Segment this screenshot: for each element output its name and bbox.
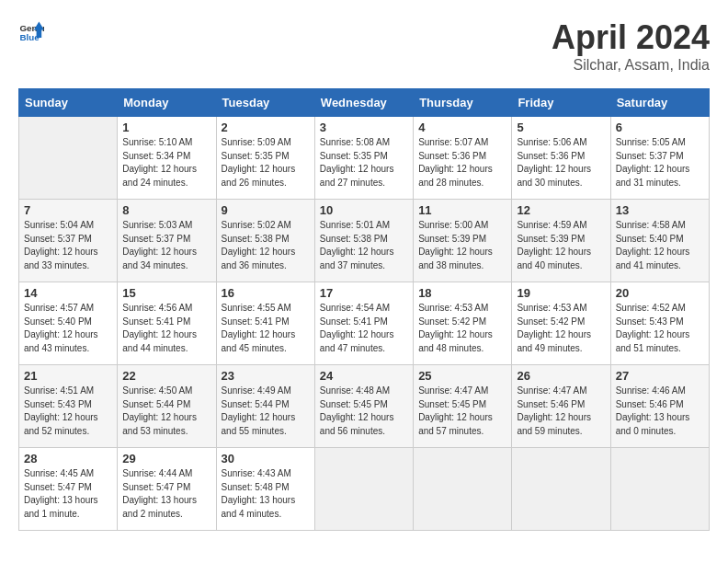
logo-icon: General Blue (18, 18, 44, 44)
calendar-cell (610, 448, 709, 531)
day-number: 19 (517, 286, 605, 300)
day-number: 7 (24, 203, 112, 217)
day-info: Sunrise: 5:03 AMSunset: 5:37 PMDaylight:… (122, 219, 210, 272)
day-number: 22 (122, 369, 210, 383)
day-info: Sunrise: 5:04 AMSunset: 5:37 PMDaylight:… (24, 219, 112, 272)
calendar-cell: 18Sunrise: 4:53 AMSunset: 5:42 PMDayligh… (414, 282, 512, 365)
calendar-cell: 24Sunrise: 4:48 AMSunset: 5:45 PMDayligh… (314, 365, 413, 448)
day-number: 21 (24, 369, 112, 383)
calendar-cell: 26Sunrise: 4:47 AMSunset: 5:46 PMDayligh… (512, 365, 610, 448)
calendar-cell: 21Sunrise: 4:51 AMSunset: 5:43 PMDayligh… (19, 365, 118, 448)
calendar-cell (314, 448, 413, 531)
day-number: 2 (222, 121, 310, 134)
calendar-cell: 13Sunrise: 4:58 AMSunset: 5:40 PMDayligh… (610, 200, 709, 282)
day-number: 14 (24, 286, 112, 300)
day-info: Sunrise: 4:58 AMSunset: 5:40 PMDaylight:… (616, 219, 704, 272)
calendar-cell: 11Sunrise: 5:00 AMSunset: 5:39 PMDayligh… (414, 200, 512, 282)
day-info: Sunrise: 5:05 AMSunset: 5:37 PMDaylight:… (616, 136, 704, 190)
day-info: Sunrise: 5:09 AMSunset: 5:35 PMDaylight:… (222, 136, 310, 190)
month-title: April 2024 (552, 18, 710, 57)
calendar-cell (414, 448, 512, 531)
column-header-sunday: Sunday (19, 89, 118, 117)
calendar-cell: 7Sunrise: 5:04 AMSunset: 5:37 PMDaylight… (19, 200, 118, 282)
day-number: 29 (122, 452, 210, 465)
calendar-cell: 20Sunrise: 4:52 AMSunset: 5:43 PMDayligh… (610, 282, 709, 365)
column-header-tuesday: Tuesday (216, 89, 314, 117)
day-number: 8 (122, 203, 210, 217)
day-info: Sunrise: 5:07 AMSunset: 5:36 PMDaylight:… (418, 136, 506, 190)
day-number: 16 (222, 286, 310, 300)
day-number: 23 (222, 369, 310, 383)
calendar-cell: 22Sunrise: 4:50 AMSunset: 5:44 PMDayligh… (118, 365, 216, 448)
day-info: Sunrise: 4:49 AMSunset: 5:44 PMDaylight:… (222, 385, 310, 438)
day-number: 1 (122, 121, 210, 134)
day-number: 18 (418, 286, 506, 300)
day-info: Sunrise: 5:01 AMSunset: 5:38 PMDaylight:… (320, 219, 408, 272)
day-number: 15 (122, 286, 210, 300)
day-info: Sunrise: 4:48 AMSunset: 5:45 PMDaylight:… (320, 385, 408, 438)
day-number: 6 (616, 121, 704, 134)
calendar-cell: 3Sunrise: 5:08 AMSunset: 5:35 PMDaylight… (314, 117, 413, 200)
calendar-cell: 19Sunrise: 4:53 AMSunset: 5:42 PMDayligh… (512, 282, 610, 365)
title-block: April 2024 Silchar, Assam, India (552, 18, 710, 74)
calendar-cell: 4Sunrise: 5:07 AMSunset: 5:36 PMDaylight… (414, 117, 512, 200)
day-number: 27 (616, 369, 704, 383)
day-number: 25 (418, 369, 506, 383)
day-info: Sunrise: 5:02 AMSunset: 5:38 PMDaylight:… (222, 219, 310, 272)
day-number: 30 (222, 452, 310, 465)
calendar-cell: 9Sunrise: 5:02 AMSunset: 5:38 PMDaylight… (216, 200, 314, 282)
day-info: Sunrise: 4:47 AMSunset: 5:45 PMDaylight:… (418, 385, 506, 438)
calendar-cell: 29Sunrise: 4:44 AMSunset: 5:47 PMDayligh… (118, 448, 216, 531)
calendar-cell: 1Sunrise: 5:10 AMSunset: 5:34 PMDaylight… (118, 117, 216, 200)
day-info: Sunrise: 5:08 AMSunset: 5:35 PMDaylight:… (320, 136, 408, 190)
day-info: Sunrise: 5:10 AMSunset: 5:34 PMDaylight:… (122, 136, 210, 190)
day-info: Sunrise: 4:56 AMSunset: 5:41 PMDaylight:… (122, 302, 210, 355)
day-info: Sunrise: 4:57 AMSunset: 5:40 PMDaylight:… (24, 302, 112, 355)
day-number: 9 (222, 203, 310, 217)
day-number: 10 (320, 203, 408, 217)
day-info: Sunrise: 4:51 AMSunset: 5:43 PMDaylight:… (24, 385, 112, 438)
calendar-cell: 25Sunrise: 4:47 AMSunset: 5:45 PMDayligh… (414, 365, 512, 448)
calendar-cell: 8Sunrise: 5:03 AMSunset: 5:37 PMDaylight… (118, 200, 216, 282)
calendar-cell: 16Sunrise: 4:55 AMSunset: 5:41 PMDayligh… (216, 282, 314, 365)
calendar-header-row: SundayMondayTuesdayWednesdayThursdayFrid… (19, 89, 710, 117)
week-row-4: 21Sunrise: 4:51 AMSunset: 5:43 PMDayligh… (19, 365, 710, 448)
calendar-cell: 12Sunrise: 4:59 AMSunset: 5:39 PMDayligh… (512, 200, 610, 282)
calendar-cell: 2Sunrise: 5:09 AMSunset: 5:35 PMDaylight… (216, 117, 314, 200)
column-header-wednesday: Wednesday (314, 89, 413, 117)
day-info: Sunrise: 4:55 AMSunset: 5:41 PMDaylight:… (222, 302, 310, 355)
day-number: 12 (517, 203, 605, 217)
calendar-cell: 23Sunrise: 4:49 AMSunset: 5:44 PMDayligh… (216, 365, 314, 448)
week-row-2: 7Sunrise: 5:04 AMSunset: 5:37 PMDaylight… (19, 200, 710, 282)
day-info: Sunrise: 5:06 AMSunset: 5:36 PMDaylight:… (517, 136, 605, 190)
day-info: Sunrise: 4:43 AMSunset: 5:48 PMDaylight:… (222, 467, 310, 521)
day-info: Sunrise: 4:45 AMSunset: 5:47 PMDaylight:… (24, 467, 112, 521)
page-header: General Blue April 2024 Silchar, Assam, … (18, 18, 710, 74)
day-number: 20 (616, 286, 704, 300)
week-row-5: 28Sunrise: 4:45 AMSunset: 5:47 PMDayligh… (19, 448, 710, 531)
calendar-cell: 6Sunrise: 5:05 AMSunset: 5:37 PMDaylight… (610, 117, 709, 200)
calendar-cell: 5Sunrise: 5:06 AMSunset: 5:36 PMDaylight… (512, 117, 610, 200)
calendar-cell (19, 117, 118, 200)
week-row-3: 14Sunrise: 4:57 AMSunset: 5:40 PMDayligh… (19, 282, 710, 365)
day-info: Sunrise: 4:47 AMSunset: 5:46 PMDaylight:… (517, 385, 605, 438)
calendar-table: SundayMondayTuesdayWednesdayThursdayFrid… (18, 88, 710, 531)
column-header-friday: Friday (512, 89, 610, 117)
day-info: Sunrise: 4:44 AMSunset: 5:47 PMDaylight:… (122, 467, 210, 521)
day-number: 17 (320, 286, 408, 300)
day-number: 28 (24, 452, 112, 465)
day-number: 4 (418, 121, 506, 134)
day-number: 3 (320, 121, 408, 134)
day-info: Sunrise: 4:52 AMSunset: 5:43 PMDaylight:… (616, 302, 704, 355)
day-info: Sunrise: 5:00 AMSunset: 5:39 PMDaylight:… (418, 219, 506, 272)
calendar-cell: 14Sunrise: 4:57 AMSunset: 5:40 PMDayligh… (19, 282, 118, 365)
day-info: Sunrise: 4:59 AMSunset: 5:39 PMDaylight:… (517, 219, 605, 272)
day-number: 26 (517, 369, 605, 383)
column-header-monday: Monday (118, 89, 216, 117)
calendar-cell: 30Sunrise: 4:43 AMSunset: 5:48 PMDayligh… (216, 448, 314, 531)
day-info: Sunrise: 4:50 AMSunset: 5:44 PMDaylight:… (122, 385, 210, 438)
day-number: 11 (418, 203, 506, 217)
calendar-cell (512, 448, 610, 531)
week-row-1: 1Sunrise: 5:10 AMSunset: 5:34 PMDaylight… (19, 117, 710, 200)
day-info: Sunrise: 4:46 AMSunset: 5:46 PMDaylight:… (616, 385, 704, 438)
